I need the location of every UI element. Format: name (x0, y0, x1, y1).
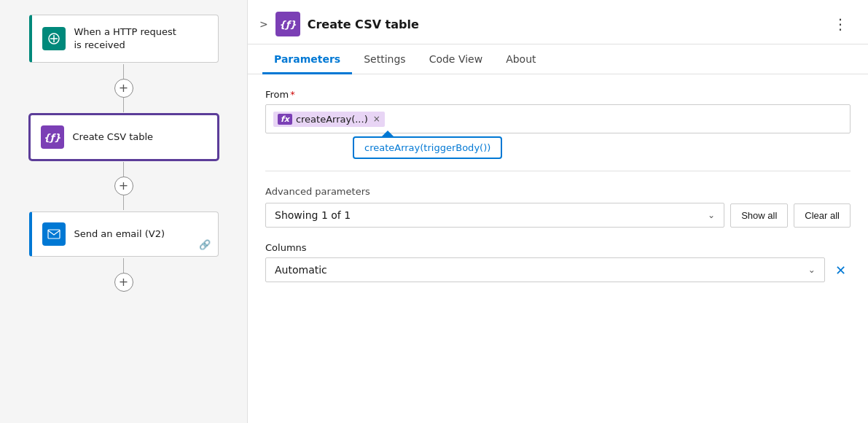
from-token[interactable]: fx createArray(...) × (273, 112, 385, 127)
email-node[interactable]: Send an email (V2) 🔗 (29, 212, 219, 257)
advanced-params-label: Advanced parameters (265, 186, 851, 197)
advanced-params-row: Showing 1 of 1 ⌄ Show all Clear all (265, 203, 851, 228)
columns-field-label: Columns (265, 242, 851, 253)
divider-1 (265, 171, 851, 171)
tab-about[interactable]: About (494, 44, 547, 74)
more-options-button[interactable]: ⋮ (827, 12, 853, 36)
columns-dropdown-text: Automatic (275, 264, 327, 276)
connector-2: + (114, 162, 133, 210)
expression-tooltip: createArray(triggerBody()) (265, 136, 851, 159)
columns-dropdown-chevron-icon: ⌄ (808, 265, 816, 275)
csv-table-node[interactable]: {ƒ} Create CSV table (29, 114, 219, 160)
http-request-node[interactable]: When a HTTP requestis received (29, 15, 219, 63)
advanced-params-section: Advanced parameters Showing 1 of 1 ⌄ Sho… (265, 186, 851, 228)
clear-all-button[interactable]: Clear all (794, 203, 851, 228)
tooltip-content: createArray(triggerBody()) (353, 136, 502, 159)
add-step-button-1[interactable]: + (114, 79, 133, 98)
token-fx-label: fx (278, 114, 292, 125)
tab-settings[interactable]: Settings (352, 44, 417, 74)
link-icon: 🔗 (199, 239, 211, 250)
advanced-params-dropdown-text: Showing 1 of 1 (275, 209, 351, 221)
parameters-content: From* fx createArray(...) × createArray(… (248, 74, 868, 423)
svg-rect-1 (48, 230, 60, 238)
http-node-label: When a HTTP requestis received (74, 26, 176, 52)
token-remove-button[interactable]: × (373, 114, 380, 124)
breadcrumb-chevron-icon[interactable]: > (259, 18, 268, 30)
required-indicator: * (290, 89, 295, 100)
tab-bar: Parameters Settings Code View About (248, 44, 868, 74)
workflow-canvas: When a HTTP requestis received + {ƒ} Cre… (0, 0, 248, 423)
advanced-params-dropdown[interactable]: Showing 1 of 1 ⌄ (265, 203, 724, 228)
show-all-button[interactable]: Show all (730, 203, 788, 228)
columns-remove-button[interactable]: ✕ (831, 260, 851, 281)
columns-field-row: Automatic ⌄ ✕ (265, 257, 851, 282)
email-node-label: Send an email (V2) (74, 228, 165, 241)
email-node-icon (42, 222, 66, 246)
from-field-input[interactable]: fx createArray(...) × (265, 104, 851, 133)
http-node-icon (42, 27, 66, 50)
connector-1: + (114, 64, 133, 112)
tab-code-view[interactable]: Code View (418, 44, 495, 74)
tab-parameters[interactable]: Parameters (262, 44, 352, 74)
action-header-icon: {ƒ} (275, 12, 300, 36)
tooltip-arrow (382, 131, 394, 136)
add-step-button-2[interactable]: + (114, 176, 133, 195)
panel-header: > {ƒ} Create CSV table ⋮ (248, 0, 868, 44)
columns-dropdown[interactable]: Automatic ⌄ (265, 257, 825, 282)
from-field-label: From* (265, 89, 851, 100)
panel-title: Create CSV table (308, 18, 827, 31)
advanced-params-chevron-icon: ⌄ (708, 210, 715, 220)
columns-section: Columns Automatic ⌄ ✕ (265, 242, 851, 282)
action-detail-panel: > {ƒ} Create CSV table ⋮ Parameters Sett… (248, 0, 868, 423)
csv-node-icon: {ƒ} (41, 125, 64, 149)
add-step-button-3[interactable]: + (114, 273, 133, 292)
token-text: createArray(...) (296, 114, 368, 125)
csv-node-label: Create CSV table (73, 131, 154, 144)
connector-3: + (114, 258, 133, 292)
